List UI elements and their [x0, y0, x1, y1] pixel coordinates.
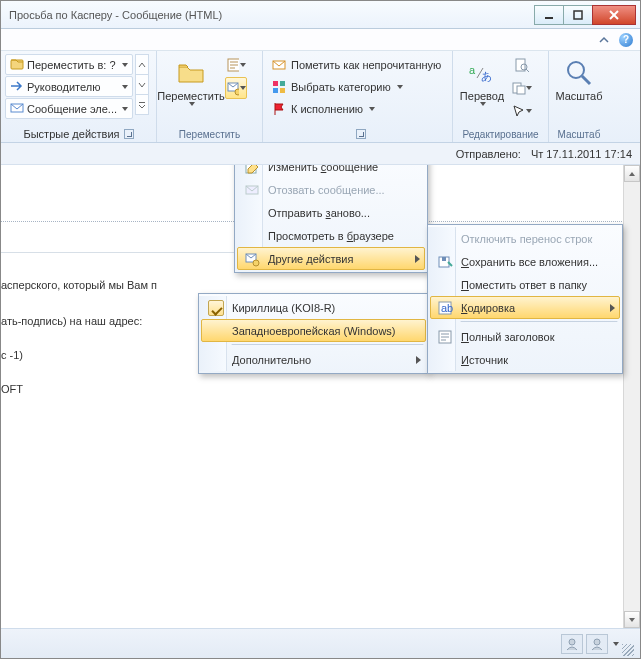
menu-item-edit-message[interactable]: Изменить сообщение	[237, 165, 425, 178]
item-label: Выбрать категорию	[291, 81, 391, 93]
zoom-button[interactable]: Масштаб	[553, 54, 605, 105]
rules-button[interactable]	[225, 54, 247, 76]
people-pane-normal[interactable]	[561, 634, 583, 654]
svg-rect-12	[280, 81, 285, 86]
menu-item-full-header[interactable]: Полный заголовок	[430, 325, 620, 348]
translate-button[interactable]: aあ Перевод	[457, 54, 507, 109]
ribbon: Переместить в: ? Руководителю Сообщение …	[1, 51, 640, 143]
dialog-launcher-icon[interactable]	[124, 129, 134, 139]
menu-item-label: Кодировка	[461, 302, 515, 314]
svg-line-23	[582, 76, 590, 84]
menu-item-more-encodings[interactable]: Дополнительно	[201, 348, 426, 371]
svg-text:あ: あ	[481, 70, 492, 82]
chevron-down-icon	[240, 63, 246, 67]
svg-point-27	[253, 260, 259, 266]
ribbon-minimize-button[interactable]	[596, 32, 612, 48]
svg-point-33	[569, 639, 575, 645]
svg-line-19	[526, 69, 529, 72]
window-buttons	[535, 5, 636, 25]
help-icon: ?	[619, 33, 633, 47]
quick-actions-more[interactable]	[135, 94, 149, 115]
svg-rect-6	[139, 102, 145, 103]
menu-item-view-browser[interactable]: Просмотреть в браузере	[237, 224, 425, 247]
group-label: Масштаб	[553, 127, 605, 142]
followup-button[interactable]: К исполнению	[267, 98, 448, 119]
chevron-down-icon[interactable]	[613, 642, 619, 646]
quick-actions-down[interactable]	[135, 74, 149, 95]
scroll-track[interactable]	[624, 182, 640, 611]
blank-icon	[240, 226, 264, 246]
categories-icon	[271, 79, 287, 95]
scroll-down-button[interactable]	[624, 611, 640, 628]
sent-label: Отправлено:	[456, 148, 521, 160]
menu-item-source[interactable]: Источник	[430, 348, 620, 371]
menu-actions: Изменить сообщение Отозвать сообщение...…	[234, 165, 428, 273]
window-title: Просьба по Касперу - Сообщение (HTML)	[5, 9, 535, 21]
menu-item-resend[interactable]: Отправить заново...	[237, 201, 425, 224]
vertical-scrollbar[interactable]	[623, 165, 640, 628]
editing-side-buttons	[511, 54, 533, 122]
menu-item-label: Дополнительно	[232, 354, 311, 366]
menu-item-save-attachments[interactable]: Сохранить все вложения...	[430, 250, 620, 273]
actions-button[interactable]	[225, 77, 247, 99]
menu-item-label: Другие действия	[268, 253, 353, 265]
related-button[interactable]	[511, 77, 533, 99]
menu-item-reply-to-folder[interactable]: Поместить ответ в папку	[430, 273, 620, 296]
menu-encoding-list: Кириллица (KOI8-R) Западноевропейская (W…	[198, 293, 429, 374]
encoding-icon: ab	[433, 298, 457, 318]
blank-icon	[240, 203, 264, 223]
full-header-icon	[433, 327, 457, 347]
select-button[interactable]	[511, 100, 533, 122]
quick-actions-up[interactable]	[135, 54, 149, 75]
find-button[interactable]	[511, 54, 533, 76]
menu-item-encoding[interactable]: ab Кодировка	[430, 296, 620, 319]
submenu-arrow-icon	[416, 356, 421, 364]
recall-icon	[240, 180, 264, 200]
close-button[interactable]	[592, 5, 636, 25]
menu-item-koi8r[interactable]: Кириллица (KOI8-R)	[201, 296, 426, 319]
menu-item-label: Поместить ответ в папку	[461, 279, 587, 291]
item-label: К исполнению	[291, 103, 363, 115]
message-text: OFT	[1, 379, 640, 399]
blank-icon	[433, 229, 457, 249]
help-button[interactable]: ?	[618, 32, 634, 48]
blank-icon	[204, 321, 228, 341]
menu-item-western-windows[interactable]: Западноевропейская (Windows)	[201, 319, 426, 342]
svg-rect-1	[574, 11, 582, 19]
group-quick-actions: Переместить в: ? Руководителю Сообщение …	[1, 51, 157, 142]
move-label: Переместить	[157, 90, 224, 102]
dialog-launcher-icon[interactable]	[356, 129, 366, 139]
chevron-down-icon	[122, 85, 128, 89]
move-default-icon	[10, 57, 24, 73]
quick-action-team-mail[interactable]: Сообщение эле...	[5, 98, 133, 119]
maximize-button[interactable]	[563, 5, 593, 25]
message-pane: асперского, который мы Вам п ать-подпись…	[1, 165, 640, 628]
menu-item-label: Западноевропейская (Windows)	[232, 325, 396, 337]
svg-rect-13	[273, 88, 278, 93]
resize-grip[interactable]	[622, 644, 634, 656]
flag-icon	[271, 101, 287, 117]
scroll-up-button[interactable]	[624, 165, 640, 182]
svg-rect-11	[273, 81, 278, 86]
menu-separator	[460, 321, 618, 323]
chevron-down-icon	[240, 86, 246, 90]
menu-item-label: Отправить заново...	[268, 207, 370, 219]
translate-icon: aあ	[466, 57, 498, 89]
svg-point-34	[594, 639, 600, 645]
sent-info-bar: Отправлено: Чт 17.11.2011 17:14	[1, 143, 640, 165]
mark-unread-button[interactable]: Пометить как непрочитанную	[267, 54, 448, 75]
envelope-closed-icon	[271, 57, 287, 73]
quick-action-move-to[interactable]: Переместить в: ?	[5, 54, 133, 75]
edit-message-icon	[240, 165, 264, 177]
group-label: Редактирование	[457, 127, 544, 142]
minimize-button[interactable]	[534, 5, 564, 25]
svg-point-22	[568, 62, 584, 78]
chevron-down-icon	[122, 63, 128, 67]
categories-button[interactable]: Выбрать категорию	[267, 76, 448, 97]
item-label: Пометить как непрочитанную	[291, 59, 441, 71]
people-pane-off[interactable]	[586, 634, 608, 654]
quick-action-to-manager[interactable]: Руководителю	[5, 76, 133, 97]
svg-rect-17	[516, 59, 525, 71]
menu-item-other-actions[interactable]: Другие действия	[237, 247, 425, 270]
move-button[interactable]: Переместить	[161, 54, 221, 109]
